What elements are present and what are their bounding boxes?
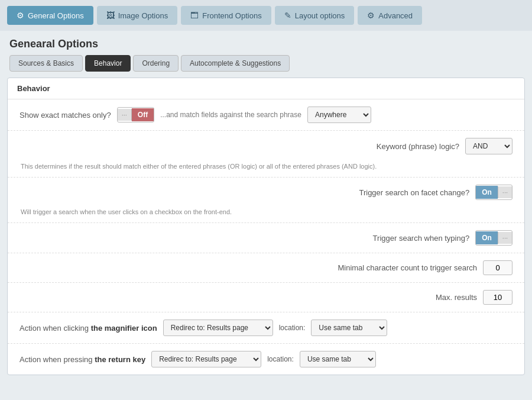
return-label: Action when pressing the return key [20,355,145,364]
trigger-facet-desc: Will trigger a search when the user clic… [20,208,232,215]
subtab-ordering[interactable]: Ordering [133,55,179,72]
match-label: ...and match fields against the search p… [160,111,301,119]
tab-frontend-label: Frontend Options [202,11,261,20]
return-location-label: location: [267,355,294,363]
tab-advanced-label: Advanced [378,11,413,20]
exact-matches-label: Show exact matches only? [20,111,111,120]
trigger-typing-dots[interactable]: ··· [498,232,512,244]
tab-image[interactable]: 🖼 Image Options [97,6,178,25]
keyword-logic-select[interactable]: AND OR [465,138,512,154]
row-keyword-logic: Keyword (phrase) logic? AND OR This dete… [8,131,524,178]
trigger-typing-toggle[interactable]: On ··· [475,230,512,246]
magnifier-location-label: location: [279,324,306,332]
frontend-icon: 🗔 [190,11,199,20]
trigger-typing-label: Trigger search when typing? [373,234,470,243]
row-magnifier-action: Action when clicking the magnifier icon … [8,312,524,344]
row-trigger-typing: Trigger search when typing? On ··· [8,223,524,253]
max-results-label: Max. results [436,293,477,302]
subtab-behavior[interactable]: Behavior [85,55,131,72]
general-icon: ⚙ [17,11,24,20]
match-select[interactable]: Anywhere Beginning End Exact [307,107,371,123]
trigger-facet-state[interactable]: On [476,186,498,199]
tab-layout-label: Layout options [295,11,345,20]
min-chars-label: Minimal character count to trigger searc… [338,263,477,272]
layout-icon: ✎ [284,11,291,20]
section-title: Behavior [8,78,524,99]
max-results-input[interactable] [483,290,512,305]
trigger-typing-state[interactable]: On [476,231,498,244]
row-trigger-facet: Trigger search on facet change? On ··· W… [8,178,524,223]
exact-matches-dots[interactable]: ··· [118,109,132,121]
row-max-results: Max. results [8,283,524,312]
exact-matches-toggle[interactable]: ··· Off [117,107,155,122]
magnifier-select[interactable]: Redirec to: Results page Search in place [163,320,273,336]
exact-matches-state[interactable]: Off [132,108,154,121]
tab-general-label: General Options [28,11,84,20]
page-title: Genearal Options [0,31,532,55]
keyword-logic-desc: This determines if the result should mat… [20,163,377,170]
tab-layout[interactable]: ✎ Layout options [275,6,355,25]
row-min-chars: Minimal character count to trigger searc… [8,253,524,283]
advanced-icon: ⚙ [367,11,375,20]
magnifier-label: Action when clicking the magnifier icon [20,324,157,333]
trigger-facet-toggle[interactable]: On ··· [475,185,512,200]
tab-frontend[interactable]: 🗔 Frontend Options [181,6,271,25]
tab-advanced[interactable]: ⚙ Advanced [358,6,422,25]
return-location-select[interactable]: Use same tab Open new tab [300,351,376,367]
row-exact-matches: Show exact matches only? ··· Off ...and … [8,99,524,131]
min-chars-input[interactable] [483,260,512,275]
magnifier-location-select[interactable]: Use same tab Open new tab [311,320,387,336]
sub-tabs: Sources & Basics Behavior Ordering Autoc… [0,55,532,78]
tab-image-label: Image Options [118,11,168,20]
trigger-facet-label: Trigger search on facet change? [359,188,469,197]
keyword-logic-label: Keyword (phrase) logic? [377,142,459,151]
tab-general[interactable]: ⚙ General Options [7,6,93,25]
image-icon: 🖼 [106,11,115,20]
row-return-action: Action when pressing the return key Redi… [8,344,524,375]
behavior-panel: Behavior Show exact matches only? ··· Of… [7,78,525,375]
trigger-facet-dots[interactable]: ··· [498,186,512,198]
return-select[interactable]: Redirec to: Results page Search in place [151,351,261,367]
subtab-autocomplete[interactable]: Autocomplete & Suggestions [181,55,290,72]
top-nav: ⚙ General Options 🖼 Image Options 🗔 Fron… [0,0,532,31]
subtab-sources[interactable]: Sources & Basics [9,55,83,72]
